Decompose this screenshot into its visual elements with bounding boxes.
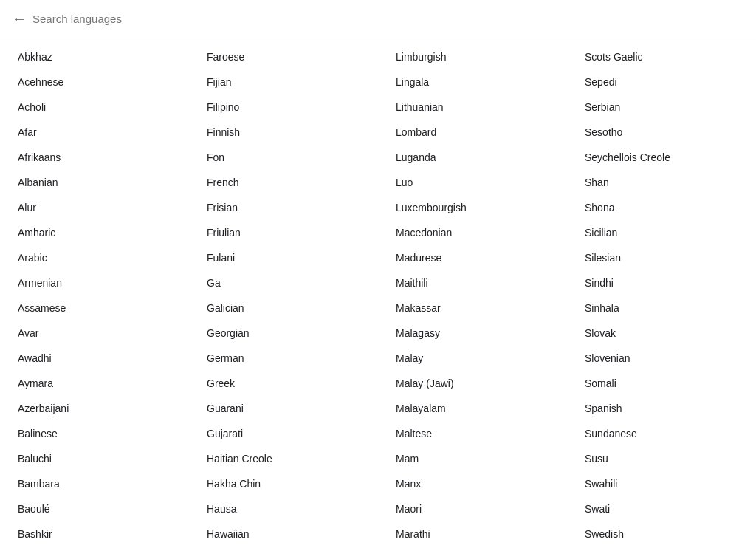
language-item[interactable]: Malay (Jawi) xyxy=(378,371,567,396)
language-item[interactable]: Awadhi xyxy=(0,346,189,371)
language-item[interactable]: Malayalam xyxy=(378,396,567,421)
language-item[interactable]: Lombard xyxy=(378,120,567,145)
language-item[interactable]: Aymara xyxy=(0,371,189,396)
language-item[interactable]: Fon xyxy=(189,145,378,170)
language-item[interactable]: Faroese xyxy=(189,44,378,69)
language-item[interactable]: Makassar xyxy=(378,295,567,321)
language-item[interactable]: Manx xyxy=(378,471,567,496)
language-item[interactable]: Afar xyxy=(0,120,189,145)
language-item[interactable]: Gujarati xyxy=(189,421,378,446)
language-item[interactable]: Sundanese xyxy=(567,421,756,446)
language-item[interactable]: Fulani xyxy=(189,245,378,270)
language-item[interactable]: Alur xyxy=(0,195,189,220)
language-item[interactable]: Balinese xyxy=(0,421,189,446)
back-button[interactable]: ← xyxy=(12,7,32,30)
language-item[interactable]: Maithili xyxy=(378,270,567,295)
language-item[interactable]: Sindhi xyxy=(567,270,756,295)
language-item[interactable]: Limburgish xyxy=(378,44,567,69)
language-col-2: FaroeseFijianFilipinoFinnishFonFrenchFri… xyxy=(189,44,378,547)
language-item[interactable]: Friulian xyxy=(189,220,378,245)
language-item[interactable]: Scots Gaelic xyxy=(567,44,756,69)
language-item[interactable]: Albanian xyxy=(0,170,189,195)
language-item[interactable]: Bashkir xyxy=(0,521,189,547)
search-input[interactable] xyxy=(32,13,744,25)
language-item[interactable]: Avar xyxy=(0,321,189,346)
back-icon: ← xyxy=(12,10,27,27)
search-header: ← xyxy=(0,0,756,38)
language-item[interactable]: Greek xyxy=(189,371,378,396)
language-item[interactable]: Lingala xyxy=(378,69,567,95)
language-item[interactable]: Georgian xyxy=(189,321,378,346)
language-item[interactable]: Hausa xyxy=(189,496,378,521)
language-item[interactable]: Shan xyxy=(567,170,756,195)
language-item[interactable]: Hawaiian xyxy=(189,521,378,547)
language-item[interactable]: Amharic xyxy=(0,220,189,245)
language-item[interactable]: Lithuanian xyxy=(378,95,567,120)
language-item[interactable]: Luxembourgish xyxy=(378,195,567,220)
language-item[interactable]: Susu xyxy=(567,446,756,471)
language-item[interactable]: Somali xyxy=(567,371,756,396)
language-item[interactable]: Malay xyxy=(378,346,567,371)
language-item[interactable]: Silesian xyxy=(567,245,756,270)
language-item[interactable]: Sinhala xyxy=(567,295,756,321)
language-item[interactable]: Macedonian xyxy=(378,220,567,245)
language-item[interactable]: Swahili xyxy=(567,471,756,496)
language-item[interactable]: Maltese xyxy=(378,421,567,446)
language-item[interactable]: Malagasy xyxy=(378,321,567,346)
language-col-3: LimburgishLingalaLithuanianLombardLugand… xyxy=(378,44,567,547)
language-item[interactable]: Shona xyxy=(567,195,756,220)
language-col-4: Scots GaelicSepediSerbianSesothoSeychell… xyxy=(567,44,756,547)
language-item[interactable]: Seychellois Creole xyxy=(567,145,756,170)
language-item[interactable]: Swati xyxy=(567,496,756,521)
language-col-1: AbkhazAcehneseAcholiAfarAfrikaansAlbania… xyxy=(0,44,189,547)
language-item[interactable]: Mam xyxy=(378,446,567,471)
language-item[interactable]: Baluchi xyxy=(0,446,189,471)
language-item[interactable]: Sicilian xyxy=(567,220,756,245)
language-item[interactable]: Finnish xyxy=(189,120,378,145)
language-item[interactable]: Slovak xyxy=(567,321,756,346)
language-item[interactable]: Fijian xyxy=(189,69,378,95)
language-item[interactable]: Marathi xyxy=(378,521,567,547)
language-item[interactable]: Guarani xyxy=(189,396,378,421)
language-item[interactable]: Acholi xyxy=(0,95,189,120)
language-item[interactable]: Haitian Creole xyxy=(189,446,378,471)
language-item[interactable]: Frisian xyxy=(189,195,378,220)
language-item[interactable]: Maori xyxy=(378,496,567,521)
language-item[interactable]: French xyxy=(189,170,378,195)
language-item[interactable]: Serbian xyxy=(567,95,756,120)
language-grid: AbkhazAcehneseAcholiAfarAfrikaansAlbania… xyxy=(0,38,756,551)
language-item[interactable]: Spanish xyxy=(567,396,756,421)
language-item[interactable]: Madurese xyxy=(378,245,567,270)
language-item[interactable]: Sesotho xyxy=(567,120,756,145)
language-item[interactable]: Luganda xyxy=(378,145,567,170)
language-item[interactable]: Acehnese xyxy=(0,69,189,95)
language-item[interactable]: Abkhaz xyxy=(0,44,189,69)
language-item[interactable]: Bambara xyxy=(0,471,189,496)
language-item[interactable]: German xyxy=(189,346,378,371)
language-item[interactable]: Swedish xyxy=(567,521,756,547)
language-item[interactable]: Armenian xyxy=(0,270,189,295)
language-item[interactable]: Azerbaijani xyxy=(0,396,189,421)
language-item[interactable]: Hakha Chin xyxy=(189,471,378,496)
language-item[interactable]: Sepedi xyxy=(567,69,756,95)
language-item[interactable]: Filipino xyxy=(189,95,378,120)
language-item[interactable]: Afrikaans xyxy=(0,145,189,170)
language-item[interactable]: Luo xyxy=(378,170,567,195)
language-item[interactable]: Assamese xyxy=(0,295,189,321)
language-item[interactable]: Baoulé xyxy=(0,496,189,521)
language-item[interactable]: Slovenian xyxy=(567,346,756,371)
language-item[interactable]: Ga xyxy=(189,270,378,295)
language-item[interactable]: Galician xyxy=(189,295,378,321)
language-item[interactable]: Arabic xyxy=(0,245,189,270)
